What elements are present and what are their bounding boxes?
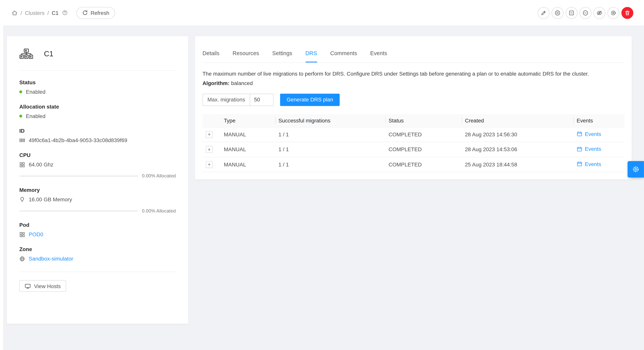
memory-value: 16.00 GB Memory [29, 196, 72, 202]
drs-form: Max. migrations Generate DRS plan [202, 94, 624, 106]
field-memory: Memory 16.00 GB Memory 0.00% Allocated [19, 187, 176, 213]
pause-cluster-button[interactable] [552, 7, 564, 19]
zone-value-row: Sandbox-simulator [19, 255, 176, 262]
bulb-icon [19, 196, 25, 202]
row-events-link[interactable]: Events [577, 131, 601, 137]
grid-icon [19, 162, 25, 167]
cell-type: MANUAL [220, 142, 275, 157]
top-header: / Clusters / C1 Refresh [0, 0, 644, 26]
cpu-progress-track [19, 175, 138, 176]
events-label: Events [585, 161, 601, 167]
memory-value-row: 16.00 GB Memory [19, 196, 176, 202]
cell-created: 28 Aug 2023 14:53:06 [462, 142, 574, 157]
divider [19, 271, 176, 272]
pod-link[interactable]: POD0 [29, 231, 43, 238]
row-events-link[interactable]: Events [577, 146, 601, 152]
tab-resources[interactable]: Resources [233, 50, 259, 63]
breadcrumb-separator: / [48, 10, 49, 16]
detail-card: Details Resources Settings DRS Comments … [195, 36, 632, 180]
home-icon[interactable] [12, 10, 18, 16]
tab-events[interactable]: Events [370, 50, 387, 63]
tab-details[interactable]: Details [202, 50, 219, 63]
row-events-link[interactable]: Events [577, 161, 601, 167]
memory-progress: 0.00% Allocated [19, 208, 176, 213]
calendar-icon [577, 161, 582, 167]
refresh-button[interactable]: Refresh [76, 7, 115, 19]
edit-button[interactable] [538, 7, 550, 19]
pod-label: Pod [19, 222, 176, 228]
table-row: + MANUAL 1 / 1 COMPLETED 28 Aug 2023 14:… [202, 142, 624, 157]
gear-icon [610, 10, 616, 16]
barcode-icon [19, 138, 25, 143]
pod-value-row: POD0 [19, 231, 176, 238]
trash-icon [624, 10, 630, 16]
header-type: Type [220, 114, 275, 127]
allocation-dot [19, 115, 22, 117]
memory-label: Memory [19, 187, 176, 193]
generate-drs-plan-button[interactable]: Generate DRS plan [280, 94, 340, 106]
tab-drs[interactable]: DRS [305, 50, 317, 63]
help-icon[interactable] [62, 10, 68, 16]
allocation-value: Enabled [26, 113, 46, 119]
delete-button[interactable] [622, 7, 634, 19]
field-zone: Zone Sandbox-simulator [19, 246, 176, 262]
drs-plans-table: Type Successful migrations Status Create… [202, 114, 624, 172]
globe-icon [19, 256, 25, 261]
tab-comments[interactable]: Comments [330, 50, 357, 63]
cluster-info-card: C1 Status Enabled Allocation state Enabl… [7, 36, 188, 324]
allocation-value-row: Enabled [19, 113, 176, 119]
cell-type: MANUAL [220, 157, 275, 172]
field-id: ID 49f0c6a1-4b2b-4ba4-9053-33c08d839f69 [19, 128, 176, 143]
app-root: / Clusters / C1 Refresh [0, 0, 644, 350]
cpu-value: 64.00 Ghz [29, 161, 54, 168]
cpu-progress: 0.00% Allocated [19, 173, 176, 178]
settings-button[interactable] [608, 7, 619, 19]
memory-allocated-label: 0.00% Allocated [142, 208, 176, 213]
events-label: Events [585, 146, 601, 152]
eye-invisible-button[interactable] [594, 7, 606, 19]
id-value: 49f0c6a1-4b2b-4ba4-9053-33c08d839f69 [29, 137, 127, 143]
eye-invisible-icon [596, 10, 602, 16]
drs-tab-content: The maximum number of live migrations to… [202, 70, 624, 172]
memory-progress-track [19, 210, 138, 211]
status-label: Status [19, 79, 176, 85]
field-pod: Pod POD0 [19, 222, 176, 238]
floating-settings-button[interactable] [628, 161, 644, 177]
view-hosts-label: View Hosts [34, 283, 61, 289]
breadcrumb-clusters-link[interactable]: Clusters [25, 10, 44, 16]
table-row: + MANUAL 1 / 1 COMPLETED 28 Aug 2023 14:… [202, 127, 624, 142]
pause-circle-icon [554, 10, 560, 16]
disable-cluster-button[interactable] [580, 7, 592, 19]
grid-icon [19, 232, 25, 237]
id-label: ID [19, 128, 176, 134]
cell-created: 25 Aug 2023 18:44:58 [462, 157, 574, 172]
header-events: Events [573, 114, 624, 127]
zone-link[interactable]: Sandbox-simulator [29, 255, 73, 262]
max-migrations-label: Max. migrations [202, 94, 250, 106]
view-hosts-button[interactable]: View Hosts [19, 280, 66, 292]
cluster-icon [19, 48, 33, 60]
header-actions [538, 7, 633, 19]
zone-label: Zone [19, 246, 176, 252]
cpu-allocated-label: 0.00% Allocated [142, 173, 176, 178]
algorithm-value: balanced [231, 80, 253, 86]
header-expand [202, 114, 220, 127]
expand-row-button[interactable]: + [206, 146, 212, 153]
field-status: Status Enabled [19, 79, 176, 95]
breadcrumb: / Clusters / C1 Refresh [12, 7, 115, 19]
calendar-icon [577, 131, 582, 137]
table-header-row: Type Successful migrations Status Create… [202, 114, 624, 127]
events-label: Events [585, 131, 601, 137]
cell-status: COMPLETED [385, 157, 462, 172]
unmanage-cluster-button[interactable] [566, 7, 578, 19]
field-cpu: CPU 64.00 Ghz 0.00% Allocated [19, 152, 176, 178]
divider [19, 70, 176, 71]
expand-row-button[interactable]: + [206, 131, 212, 138]
expand-row-button[interactable]: + [206, 161, 212, 168]
desktop-icon [25, 283, 31, 289]
max-migrations-input[interactable] [250, 94, 274, 106]
cell-status: COMPLETED [385, 127, 462, 142]
tab-settings[interactable]: Settings [272, 50, 292, 63]
cell-migrations: 1 / 1 [275, 127, 385, 142]
gear-icon [632, 166, 639, 173]
